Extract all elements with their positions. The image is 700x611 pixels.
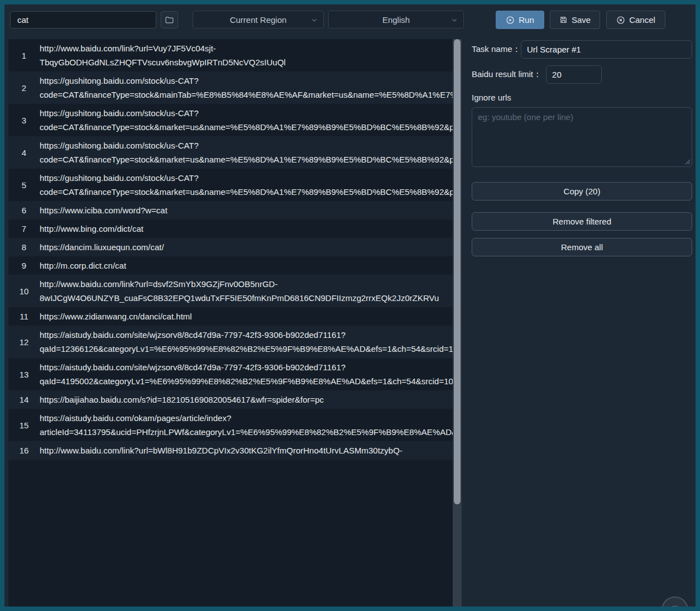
row-number: 13 <box>8 370 40 379</box>
row-url: https://aistudy.baidu.com/site/wjzsorv8/… <box>40 358 462 390</box>
row-url: http://m.corp.dict.cn/cat <box>40 256 453 275</box>
row-url: https://www.iciba.com/word?​w=cat <box>40 201 453 219</box>
remove-filtered-button[interactable]: Remove filtered <box>472 212 692 231</box>
url-row[interactable]: 16http://www.baidu.com/link?​url=bWl8H91… <box>8 441 453 460</box>
row-url: http://www.baidu.com/link?​url=dsvf2SmYb… <box>40 275 453 307</box>
url-row[interactable]: 9http://m.corp.dict.cn/cat <box>8 256 453 275</box>
url-row[interactable]: 2https://gushitong.baidu.com/stock/us-CA… <box>8 71 453 104</box>
row-number: 2 <box>8 83 40 93</box>
settings-panel: Task name： Baidu result limit： Ignore ur… <box>472 40 692 256</box>
row-url: https://baijiahao.baidu.com/s?​id=182105… <box>40 390 453 409</box>
result-limit-input[interactable] <box>546 65 602 84</box>
row-url: https://gushitong.baidu.com/stock/us-CAT… <box>40 169 462 201</box>
row-url: http://www.baidu.com/link?​url=Vuy7JF5Vc… <box>40 39 453 71</box>
ignore-urls-field <box>472 107 692 167</box>
region-select-value: Current Region <box>230 15 287 25</box>
ignore-urls-textarea[interactable] <box>472 107 692 167</box>
ignore-urls-label: Ignore urls <box>472 93 692 104</box>
url-row[interactable]: 5https://gushitong.baidu.com/stock/us-CA… <box>8 169 453 201</box>
row-url: http://www.baidu.com/link?​url=bWl8H91b9… <box>40 441 453 460</box>
row-number: 7 <box>8 224 40 233</box>
result-limit-row: Baidu result limit： <box>472 65 692 84</box>
row-number: 4 <box>8 148 40 157</box>
play-circle-icon <box>506 16 515 25</box>
language-select[interactable]: English <box>328 11 464 28</box>
row-number: 10 <box>8 287 40 296</box>
row-url: https://dancim.liuxuequn.com/cat/ <box>40 238 453 256</box>
run-button-label: Run <box>519 15 534 25</box>
save-button-label: Save <box>572 15 591 25</box>
app-content: Current Region English Run <box>4 4 696 607</box>
row-url: https://gushitong.baidu.com/stock/us-CAT… <box>40 71 462 104</box>
url-row[interactable]: 7http://www.bing.com/dict/cat <box>8 219 453 238</box>
url-list: 1http://www.baidu.com/link?​url=Vuy7JF5V… <box>8 39 462 607</box>
chat-icon <box>669 604 680 607</box>
row-url: http://www.bing.com/dict/cat <box>40 219 453 238</box>
url-row[interactable]: 13https://aistudy.baidu.com/site/wjzsorv… <box>8 358 453 390</box>
row-number: 8 <box>8 242 40 252</box>
url-row[interactable]: 15https://aistudy.baidu.com/okam/pages/a… <box>8 409 453 441</box>
task-name-input[interactable] <box>521 40 692 59</box>
row-number: 9 <box>8 261 40 270</box>
url-rows: 1http://www.baidu.com/link?​url=Vuy7JF5V… <box>8 39 453 460</box>
row-url: https://aistudy.baidu.com/site/wjzsorv8/… <box>40 326 462 358</box>
resize-handle-icon[interactable] <box>685 159 691 165</box>
row-number: 11 <box>8 312 40 321</box>
save-icon <box>559 16 568 24</box>
url-row[interactable]: 14https://baijiahao.baidu.com/s?​id=1821… <box>8 390 453 409</box>
chevron-down-icon <box>451 17 458 23</box>
folder-icon <box>165 15 174 25</box>
result-limit-label: Baidu result limit： <box>472 69 541 80</box>
row-number: 1 <box>8 51 40 60</box>
row-number: 15 <box>8 421 40 430</box>
row-url: https://aistudy.baidu.com/okam/pages/art… <box>40 409 462 441</box>
scrollbar[interactable] <box>453 39 462 607</box>
row-number: 3 <box>8 116 40 125</box>
open-folder-button[interactable] <box>161 11 178 28</box>
chevron-down-icon <box>311 17 318 23</box>
row-url: https://gushitong.baidu.com/stock/us-CAT… <box>40 136 462 169</box>
row-url: https://gushitong.baidu.com/stock/us-CAT… <box>40 104 462 136</box>
url-row[interactable]: 12https://aistudy.baidu.com/site/wjzsorv… <box>8 326 453 358</box>
url-row[interactable]: 3https://gushitong.baidu.com/stock/us-CA… <box>8 104 453 136</box>
url-row[interactable]: 6https://www.iciba.com/word?​w=cat <box>8 201 453 219</box>
url-row[interactable]: 4https://gushitong.baidu.com/stock/us-CA… <box>8 136 453 169</box>
search-input[interactable] <box>10 11 156 28</box>
floating-action-button[interactable] <box>661 596 688 607</box>
language-select-value: English <box>382 15 410 25</box>
cancel-circle-icon <box>616 16 625 25</box>
copy-button[interactable]: Copy (20) <box>472 182 692 201</box>
url-row[interactable]: 8https://dancim.liuxuequn.com/cat/ <box>8 238 453 256</box>
task-name-label: Task name： <box>472 44 521 55</box>
task-name-row: Task name： <box>472 40 692 59</box>
row-number: 16 <box>8 446 40 455</box>
cancel-button[interactable]: Cancel <box>606 11 665 29</box>
app-window: Current Region English Run <box>0 0 700 611</box>
remove-all-button[interactable]: Remove all <box>472 238 692 256</box>
row-number: 6 <box>8 206 40 215</box>
url-row[interactable]: 11https://www.zidianwang.cn/danci/cat.ht… <box>8 307 453 326</box>
scrollbar-thumb[interactable] <box>454 39 461 504</box>
run-button[interactable]: Run <box>496 11 544 29</box>
toolbar: Current Region English Run <box>10 11 690 30</box>
row-number: 14 <box>8 395 40 404</box>
cancel-button-label: Cancel <box>629 15 655 25</box>
row-number: 5 <box>8 180 40 190</box>
save-button[interactable]: Save <box>550 11 600 29</box>
row-url: https://www.zidianwang.cn/danci/cat.html <box>40 307 453 326</box>
url-row[interactable]: 10http://www.baidu.com/link?​url=dsvf2Sm… <box>8 275 453 307</box>
region-select[interactable]: Current Region <box>193 11 324 28</box>
row-number: 12 <box>8 337 40 347</box>
url-row[interactable]: 1http://www.baidu.com/link?​url=Vuy7JF5V… <box>8 39 453 71</box>
